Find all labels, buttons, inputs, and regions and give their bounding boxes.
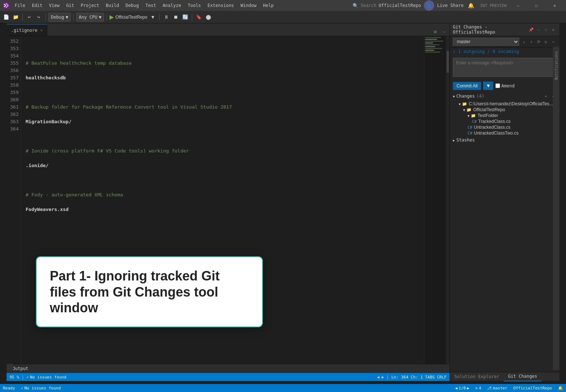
bookmark-button[interactable]: 🔖	[195, 13, 203, 21]
notifications-icon[interactable]: 🔔	[468, 3, 474, 8]
commit-all-dropdown-button[interactable]: ▼	[483, 82, 493, 90]
toolbar-separator-4	[107, 14, 107, 20]
close-button[interactable]: ✕	[546, 0, 563, 11]
cs-file-icon: C#	[468, 131, 472, 136]
file-tree-item-tracked[interactable]: C# TrackedClass.cs M	[450, 118, 559, 124]
restart-button[interactable]: 🔄	[181, 13, 189, 21]
folder-icon: 📁	[462, 102, 467, 106]
menu-help[interactable]: Help	[260, 2, 276, 9]
code-editor[interactable]: 352 353 354 355 356 357 358 359 360 361 …	[7, 36, 450, 364]
stop-button[interactable]: ⏹	[172, 13, 180, 21]
branch-status[interactable]: ⎇ master	[484, 384, 510, 392]
commit-all-button[interactable]: Commit All	[453, 82, 481, 90]
sync-icon[interactable]: ↻	[543, 38, 549, 45]
undo-button[interactable]: ↩	[25, 13, 33, 21]
stashes-row[interactable]: Stashes	[450, 136, 559, 144]
menu-test[interactable]: Test	[142, 2, 159, 9]
menu-tools[interactable]: Tools	[185, 2, 204, 9]
fetch-icon[interactable]: ↓	[521, 38, 527, 45]
nav-left[interactable]: ◀	[377, 375, 380, 380]
check-icon: ✓	[26, 375, 29, 380]
menu-project[interactable]: Project	[78, 2, 102, 9]
search-area: 🔍 Search	[353, 3, 376, 8]
changes-header[interactable]: Changes (4) + ⋯	[450, 91, 559, 101]
nav-left-icon: ◀	[455, 386, 458, 391]
close-tab-icon[interactable]: ✕	[40, 28, 42, 32]
no-issues-status[interactable]: ✓ No issues found	[18, 384, 64, 392]
errors-status[interactable]: ✕ 4	[472, 384, 484, 392]
nav-right-icon: ▶	[467, 386, 469, 391]
menu-file[interactable]: File	[12, 2, 28, 9]
nav-right[interactable]: ▶	[381, 375, 384, 380]
pause-button[interactable]: ⏸	[162, 13, 170, 21]
menu-window[interactable]: Window	[238, 2, 259, 9]
repo-label: OfficialTestRepo	[379, 3, 421, 8]
amend-checkbox[interactable]	[495, 83, 500, 88]
collapse-button[interactable]: —	[440, 28, 448, 36]
branch-dropdown[interactable]: master	[453, 38, 519, 46]
issues-status[interactable]: ✓ No issues found	[26, 375, 66, 380]
file-tree-testfolder[interactable]: 📁 TestFolder	[450, 113, 559, 118]
scrollbar-thumb[interactable]	[447, 51, 449, 73]
chevron-down-icon: ▼	[486, 83, 491, 88]
menu-build[interactable]: Build	[103, 2, 122, 9]
folder-icon: 📁	[466, 108, 472, 112]
menu-edit[interactable]: Edit	[29, 2, 45, 9]
file-tree-item-untracked[interactable]: C# UntrackedClass.cs A	[450, 124, 559, 130]
close-panel-icon[interactable]: ✕	[550, 26, 556, 33]
maximize-button[interactable]: ☐	[528, 0, 545, 11]
platform-dropdown[interactable]: Any CPU ▼	[76, 13, 104, 22]
panel-tabs: Solution Explorer Git Changes	[450, 372, 559, 381]
more-options-icon[interactable]: ⋯	[550, 38, 556, 45]
vertical-scrollbar[interactable]	[446, 36, 450, 364]
tab-git-changes[interactable]: Git Changes	[504, 372, 541, 381]
ready-status[interactable]: Ready	[0, 384, 18, 392]
run-button[interactable]: ▶ OfficialTestRepo	[109, 14, 147, 20]
commit-message-input[interactable]	[453, 58, 556, 77]
add-changes-icon[interactable]: +	[543, 93, 549, 99]
file-tree-item-untracked2[interactable]: C# UntrackedClassTwo.cs A	[450, 130, 559, 136]
play-icon: ▶	[109, 14, 114, 20]
menu-debug[interactable]: Debug	[123, 2, 142, 9]
menu-extensions[interactable]: Extensions	[205, 2, 237, 9]
new-file-button[interactable]: 📄	[2, 13, 10, 21]
live-share-label[interactable]: Live Share	[437, 3, 463, 8]
encoding-status[interactable]: TABS	[425, 375, 435, 380]
breakpoint-button[interactable]: ⬤	[204, 13, 212, 21]
zoom-status[interactable]: 95 %	[10, 375, 19, 380]
push-icon[interactable]: ↑	[528, 38, 535, 45]
line-numbers: 352 353 354 355 356 357 358 359 360 361 …	[7, 36, 21, 364]
run-split-button[interactable]: ▼	[149, 13, 157, 21]
repo-status[interactable]: OfficialTestRepo	[510, 384, 555, 392]
minimize-panel-icon[interactable]: —	[535, 26, 542, 33]
open-button[interactable]: 📁	[12, 13, 20, 21]
outgoing-row[interactable]: ↑ 1 outgoing / 0 incoming	[450, 48, 559, 56]
nav-arrows[interactable]: ◀ 1/0 ▶	[452, 384, 472, 392]
pull-icon[interactable]: ⟳	[535, 38, 542, 45]
search-label[interactable]: Search	[361, 3, 376, 8]
menu-view[interactable]: View	[46, 2, 63, 9]
file-tree-repo[interactable]: 📁 OfficialTestRepo	[450, 107, 559, 113]
title-bar-right: OfficialTestRepo 👤 Live Share 🔔 INT PREV…	[379, 0, 563, 11]
maximize-panel-icon[interactable]: ☐	[543, 26, 549, 33]
redo-button[interactable]: ↪	[35, 13, 43, 21]
minimize-button[interactable]: —	[510, 0, 526, 11]
title-bar: File Edit View Git Project Build Debug T…	[0, 0, 566, 11]
line-ending-status[interactable]: CRLF	[437, 375, 447, 380]
split-editor-button[interactable]: ⊞	[431, 28, 439, 36]
menu-analyze[interactable]: Analyze	[160, 2, 184, 9]
minimap	[424, 36, 446, 364]
alert-icon-status[interactable]: 🔔	[555, 384, 566, 392]
tab-gitignore[interactable]: .gitignore ✕	[7, 24, 47, 36]
toolbar-separator-3	[73, 14, 74, 20]
position-status: Ln: 364 Ch: 1	[391, 375, 423, 380]
bottom-tabs: Output	[7, 364, 450, 373]
notifications-label[interactable]: Notifications	[554, 51, 558, 80]
debug-mode-dropdown[interactable]: Debug ▼	[48, 13, 71, 22]
git-panel-title: Git Changes - OfficialTestRepo	[453, 24, 526, 35]
chevron-down-icon: ▼	[99, 15, 101, 20]
tab-solution-explorer[interactable]: Solution Explorer	[450, 372, 504, 381]
pin-icon[interactable]: 📌	[528, 26, 535, 33]
file-tree-root[interactable]: 📁 C:\Users\t-hernandez\Desktop\OfficialT…	[450, 101, 559, 107]
menu-git[interactable]: Git	[63, 2, 77, 9]
